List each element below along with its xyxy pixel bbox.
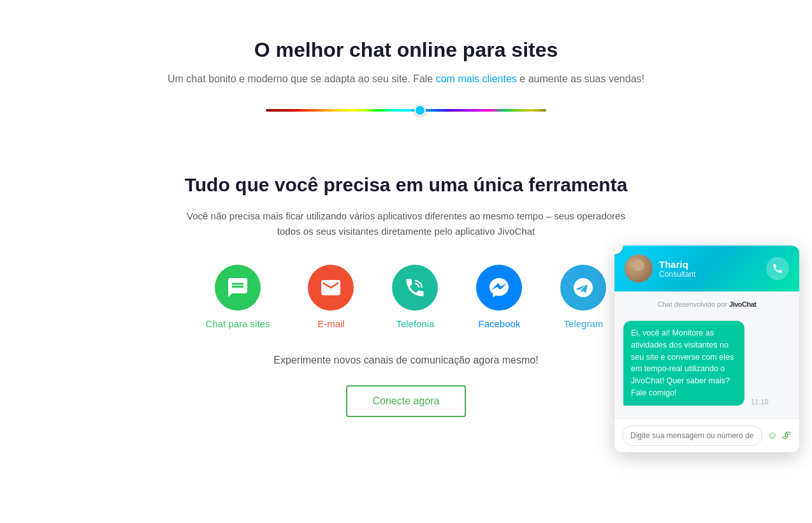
channel-item-telefonia[interactable]: Telefonia <box>392 265 438 329</box>
chat-sites-icon-circle <box>215 265 261 311</box>
messenger-icon <box>488 276 511 299</box>
avatar-image <box>625 254 653 283</box>
chat-widget: ✕ Thariq Consultant Chat desenvolv <box>614 246 799 452</box>
chat-body: Chat desenvolvido por JivoChat Ei, você … <box>614 291 799 418</box>
chat-agent-name: Thariq <box>659 259 695 270</box>
phone-call-icon <box>772 263 783 274</box>
facebook-icon-circle <box>476 265 522 311</box>
channel-item-facebook[interactable]: Facebook <box>476 265 522 329</box>
channel-label-facebook: Facebook <box>479 318 521 329</box>
channel-item-telegram[interactable]: Telegram <box>560 265 606 329</box>
email-icon <box>319 276 342 299</box>
chat-header: Thariq Consultant <box>614 246 799 291</box>
features-description: Você não precisa mais ficar utilizando v… <box>183 209 629 239</box>
avatar <box>625 254 653 283</box>
chat-input-icons: ☺ 🖇 <box>767 430 792 441</box>
chat-sites-icon <box>226 276 249 299</box>
hero-subtitle-link[interactable]: com mais clientes <box>436 73 517 84</box>
hero-title: O melhor chat online para sites <box>127 38 685 62</box>
hero-subtitle: Um chat bonito e moderno que se adapta a… <box>127 73 685 85</box>
phone-icon <box>403 276 426 299</box>
page-wrapper: O melhor chat online para sites Um chat … <box>0 0 812 523</box>
hero-section: O melhor chat online para sites Um chat … <box>0 0 812 142</box>
chat-agent-role: Consultant <box>659 270 695 279</box>
color-slider[interactable] <box>266 104 546 117</box>
hero-subtitle-text: Um chat bonito e moderno que se adapta a… <box>168 73 436 84</box>
telefonia-icon-circle <box>392 265 438 311</box>
channel-label-telefonia: Telefonia <box>396 318 434 329</box>
chat-input-area: ☺ 🖇 <box>614 418 799 452</box>
chat-powered-by: Chat desenvolvido por JivoChat <box>623 300 790 308</box>
slider-thumb[interactable] <box>414 105 426 116</box>
chat-message-row: Ei, você ai! Monitore as atividades dos … <box>623 321 790 406</box>
features-desc-start: Você não precisa mais ficar utilizando v… <box>187 210 625 221</box>
chat-message-bubble: Ei, você ai! Monitore as atividades dos … <box>623 321 744 406</box>
channel-label-chat-sites: Chat para sites <box>206 318 270 329</box>
color-track <box>266 109 546 112</box>
powered-by-label: Chat desenvolvido por <box>658 300 727 308</box>
chat-phone-button[interactable] <box>766 257 789 280</box>
features-title: Tudo que você precisa em uma única ferra… <box>64 174 748 196</box>
connect-button[interactable]: Conecte agora <box>346 385 467 417</box>
attachment-icon[interactable]: 🖇 <box>781 430 792 441</box>
features-desc-end: todos os seus visitantes diretamente pel… <box>277 226 535 237</box>
telegram-icon <box>572 276 595 299</box>
emoji-icon[interactable]: ☺ <box>767 430 778 441</box>
telegram-icon-circle <box>560 265 606 311</box>
hero-subtitle-end: e aumente as suas vendas! <box>519 73 644 84</box>
channel-label-telegram: Telegram <box>564 318 604 329</box>
email-icon-circle <box>308 265 354 311</box>
chat-message-time: 11:10 <box>751 398 769 406</box>
channel-item-email[interactable]: E-mail <box>308 265 354 329</box>
chat-header-left: Thariq Consultant <box>625 254 695 283</box>
chat-input[interactable] <box>622 425 762 446</box>
chat-agent-info: Thariq Consultant <box>659 259 695 279</box>
channel-label-email: E-mail <box>317 318 345 329</box>
channel-item-chat-sites[interactable]: Chat para sites <box>206 265 270 329</box>
powered-by-brand: JivoChat <box>729 300 756 308</box>
